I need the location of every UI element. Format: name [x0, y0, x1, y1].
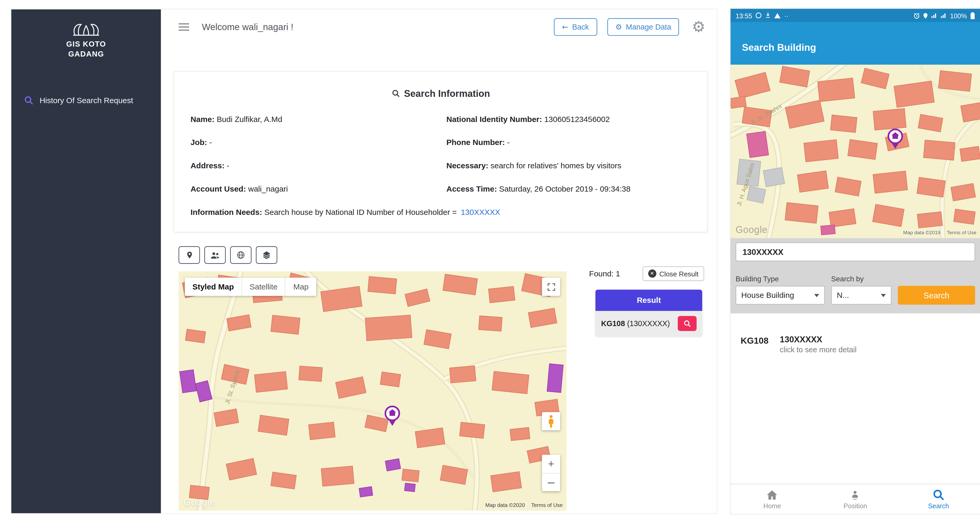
- users-icon: [210, 251, 220, 259]
- signal-bars-icon: [931, 13, 937, 18]
- nik-link[interactable]: 130XXXXX: [461, 208, 500, 217]
- mobile-map-container: Jl. St. Syahrir Jl. H. Agus Salim Google…: [730, 65, 980, 238]
- chevron-down-icon: [881, 294, 886, 297]
- gonjong-roof-logo-icon: [68, 18, 104, 37]
- back-button[interactable]: ← Back: [554, 18, 597, 36]
- app-logo: GIS KOTO GADANG: [11, 18, 161, 59]
- found-count-text: Found: 1: [589, 269, 620, 278]
- card-title: Search Information: [404, 88, 490, 99]
- layers-icon: [262, 251, 271, 260]
- menu-toggle-icon[interactable]: [176, 21, 192, 33]
- logo-line-1: GIS KOTO: [66, 39, 106, 49]
- whatsapp-icon: [755, 12, 762, 19]
- map-canvas[interactable]: Jl. St. Syahrir: [179, 271, 566, 511]
- nav-item-home[interactable]: Home: [730, 484, 814, 514]
- map-container: Jl. St. Syahrir Styled Map Satellite Map: [179, 271, 566, 511]
- map-type-map-button[interactable]: Map: [285, 278, 316, 296]
- field-necessary: Necessary: search for relatives' homes b…: [446, 162, 691, 170]
- terms-of-use-link[interactable]: Terms of Use: [947, 230, 976, 236]
- search-icon: [24, 96, 33, 105]
- content-area: Search Information Name: Budi Zulfikar, …: [161, 44, 717, 511]
- desktop-app-window: GIS KOTO GADANG History Of Search Reques…: [11, 9, 718, 514]
- clock-text: 13:55: [736, 11, 752, 19]
- sidebar-item-label: History Of Search Request: [40, 96, 133, 105]
- field-account-used: Account Used: wali_nagari: [191, 185, 446, 194]
- battery-icon: [970, 11, 975, 19]
- field-information-needs: Information Needs: Search house by Natio…: [191, 208, 691, 217]
- locate-result-button[interactable]: [678, 316, 697, 331]
- marker-tool-button[interactable]: [179, 246, 200, 264]
- result-list-item[interactable]: KG108 130XXXXX click to see more detail: [730, 314, 980, 484]
- result-number: 130XXXXX: [780, 335, 857, 344]
- logo-line-2: GADANG: [66, 49, 106, 59]
- sidebar-item-history-of-search-request[interactable]: History Of Search Request: [11, 88, 161, 113]
- result-item-kg108[interactable]: KG108 (130XXXXX): [595, 311, 702, 336]
- map-attribution: Map data ©2020 Terms of Use: [485, 502, 563, 508]
- home-icon: [766, 489, 778, 500]
- location-pin-icon: [923, 12, 928, 19]
- back-arrow-icon: ←: [562, 23, 568, 31]
- mobile-app-window: 13:55 ·· 100% Search Building: [730, 9, 980, 514]
- search-information-card: Search Information Name: Budi Zulfikar, …: [173, 71, 708, 232]
- map-toolbar: [179, 246, 704, 264]
- map-canvas[interactable]: Jl. St. Syahrir Jl. H. Agus Salim: [730, 65, 980, 238]
- pegman-icon: [547, 414, 555, 428]
- zoom-in-button[interactable]: +: [542, 455, 560, 473]
- field-address: Address: -: [191, 162, 446, 170]
- search-icon: [391, 89, 399, 97]
- search-input[interactable]: [736, 242, 975, 261]
- fullscreen-icon: [547, 283, 555, 291]
- google-logo[interactable]: Google: [736, 224, 768, 235]
- main-area: Welcome wali_nagari ! ← Back ⚙ Manage Da…: [161, 10, 717, 513]
- warning-triangle-icon: [774, 12, 781, 19]
- chevron-down-icon: [814, 294, 819, 297]
- field-job: Job: -: [191, 138, 446, 147]
- alarm-icon: [914, 12, 920, 19]
- battery-percent-text: 100%: [950, 11, 967, 19]
- map-type-bar: Styled Map Satellite Map: [185, 278, 316, 296]
- result-box: Result KG108 (130XXXXX): [595, 289, 702, 336]
- close-circle-icon: ✕: [648, 270, 656, 278]
- fullscreen-button[interactable]: [542, 278, 560, 296]
- nav-item-search[interactable]: Search: [897, 484, 980, 514]
- map-attribution: Map data ©2019 Terms of Use: [903, 230, 976, 236]
- nav-item-position[interactable]: Position: [814, 484, 897, 514]
- result-code: KG108: [741, 335, 768, 346]
- building-type-label: Building Type: [736, 275, 825, 283]
- sidebar: GIS KOTO GADANG History Of Search Reques…: [11, 10, 161, 513]
- population-tool-button[interactable]: [204, 246, 226, 264]
- search-icon: [684, 320, 691, 327]
- status-bar: 13:55 ·· 100%: [730, 9, 980, 22]
- signal-bars-icon: [941, 13, 947, 18]
- terms-of-use-link[interactable]: Terms of Use: [531, 502, 563, 508]
- map-type-satellite-button[interactable]: Satellite: [242, 278, 285, 296]
- topbar: Welcome wali_nagari ! ← Back ⚙ Manage Da…: [161, 10, 717, 44]
- close-result-button[interactable]: ✕ Close Result: [642, 267, 704, 281]
- field-phone-number: Phone Number: -: [446, 138, 691, 147]
- map-marker-icon: [185, 251, 193, 260]
- page-title: Search Building: [742, 42, 816, 53]
- download-icon: [765, 12, 771, 19]
- zoom-control: + −: [542, 455, 560, 491]
- field-access-time: Access Time: Saturday, 26 October 2019 -…: [446, 185, 691, 194]
- search-by-select[interactable]: N...: [831, 286, 891, 305]
- field-national-identity-number: National Identity Number: 13060512345600…: [446, 115, 691, 124]
- field-name: Name: Budi Zulfikar, A.Md: [191, 115, 446, 124]
- mobile-app-bar: Search Building: [730, 22, 980, 65]
- gear-icon: ⚙: [615, 23, 622, 31]
- zoom-out-button[interactable]: −: [542, 473, 560, 491]
- google-logo[interactable]: Google: [184, 497, 216, 508]
- map-type-styled-button[interactable]: Styled Map: [185, 278, 242, 296]
- pegman-control[interactable]: [542, 412, 560, 430]
- search-info-fields: Name: Budi Zulfikar, A.Md National Ident…: [191, 115, 691, 194]
- globe-tool-button[interactable]: [230, 246, 251, 264]
- settings-gear-icon[interactable]: ⚙: [692, 19, 705, 35]
- building-type-select[interactable]: House Building: [736, 286, 825, 305]
- globe-icon: [236, 251, 245, 260]
- layers-tool-button[interactable]: [256, 246, 277, 264]
- welcome-text: Welcome wali_nagari !: [202, 22, 293, 32]
- search-button[interactable]: Search: [898, 286, 975, 305]
- manage-data-button[interactable]: ⚙ Manage Data: [607, 18, 679, 36]
- person-pin-icon: [850, 489, 861, 500]
- overflow-dots-icon: ··: [784, 11, 789, 19]
